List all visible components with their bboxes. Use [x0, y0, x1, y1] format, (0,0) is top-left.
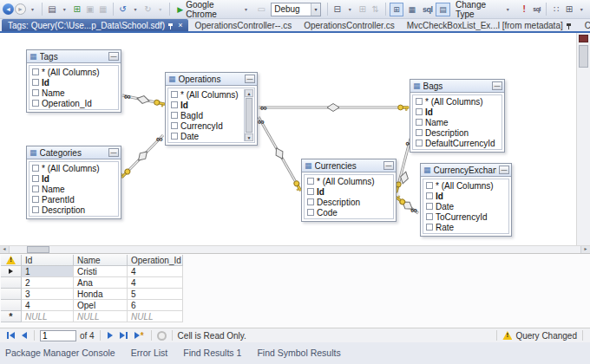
browser-dropdown-icon[interactable]: ▾ — [344, 3, 356, 16]
pin-icon[interactable] — [567, 22, 573, 29]
grid-cell[interactable]: 6 — [128, 300, 183, 311]
diagram-column-row[interactable]: Id — [30, 173, 118, 184]
table-scroll-thumb[interactable] — [246, 98, 252, 133]
diagram-table-header[interactable]: ▦Currencies— — [302, 159, 396, 172]
row-header-cell[interactable] — [1, 289, 22, 300]
scroll-down-icon[interactable]: ▼ — [245, 133, 253, 141]
diagram-table-header[interactable]: ▦Tags— — [27, 50, 121, 63]
minimize-table-button[interactable]: — — [108, 148, 119, 157]
column-checkbox[interactable] — [171, 133, 178, 140]
diagram-column-row[interactable]: Name — [30, 184, 118, 194]
designer-vertical-scrollbar[interactable] — [576, 33, 590, 245]
column-checkbox[interactable] — [171, 122, 178, 129]
row-header-cell[interactable]: * — [1, 311, 22, 322]
group-by-icon[interactable]: ∷ — [550, 3, 562, 16]
grid-cell[interactable]: 2 — [22, 277, 74, 289]
add-item-icon[interactable]: ⊞ — [71, 3, 83, 16]
diagram-column-row[interactable]: Id — [305, 186, 393, 197]
column-checkbox[interactable] — [416, 140, 423, 146]
grid-cell[interactable]: Honda — [74, 289, 128, 300]
column-checkbox[interactable] — [32, 165, 39, 172]
diagram-column-row[interactable]: Name — [30, 88, 118, 98]
relation-connector[interactable]: ∞ — [122, 91, 166, 107]
undo-dropdown-icon[interactable]: ▾ — [129, 3, 141, 16]
record-position-input[interactable] — [40, 330, 76, 341]
diagram-column-row[interactable]: Id — [30, 77, 118, 88]
document-tab[interactable]: Tags: Query(C:\Use...p_Data\School.sdf)× — [2, 19, 188, 31]
grid-corner-cell[interactable] — [1, 255, 22, 266]
column-checkbox[interactable] — [171, 112, 178, 119]
diagram-column-row[interactable]: ToCurrencyId — [423, 211, 508, 222]
grid-cell[interactable]: 3 — [22, 289, 74, 300]
relation-connector[interactable]: ∞ — [259, 102, 409, 113]
row-header-cell[interactable] — [1, 277, 22, 289]
column-checkbox[interactable] — [32, 89, 39, 96]
column-checkbox[interactable] — [32, 68, 39, 75]
cancel-query-icon[interactable] — [157, 331, 167, 341]
diagram-column-row[interactable]: Id — [168, 100, 244, 110]
diagram-column-row[interactable]: Operation_Id — [30, 98, 118, 108]
properties-icon[interactable]: ⊞ — [357, 3, 369, 16]
move-next-button[interactable] — [106, 330, 115, 341]
column-checkbox[interactable] — [307, 209, 314, 216]
diagram-column-row[interactable]: Id — [413, 107, 502, 117]
table-scrollbar[interactable]: ▲▼ — [244, 89, 253, 141]
column-checkbox[interactable] — [426, 224, 433, 231]
move-last-button[interactable] — [118, 330, 129, 341]
grid-cell[interactable]: 1 — [22, 266, 74, 277]
column-checkbox[interactable] — [307, 198, 314, 205]
grid-cell[interactable]: NULL — [128, 311, 183, 322]
column-checkbox[interactable] — [307, 188, 314, 195]
diagram-column-row[interactable]: * (All Columns) — [423, 180, 508, 191]
document-tab[interactable]: Configuration.cs — [579, 19, 590, 31]
grid-cell[interactable]: 4 — [22, 300, 74, 311]
change-type-button[interactable]: Change Type ▾ — [451, 2, 517, 17]
minimize-table-button[interactable]: — — [245, 75, 255, 83]
relation-connector[interactable]: ∞ — [394, 195, 418, 215]
minimize-table-button[interactable]: — — [384, 161, 394, 170]
diagram-column-row[interactable]: * (All Columns) — [30, 67, 118, 77]
grid-column-header[interactable]: Id — [22, 255, 74, 266]
bottom-panel-tab[interactable]: Error List — [131, 348, 168, 364]
grid-cell[interactable]: NULL — [74, 311, 128, 322]
column-checkbox[interactable] — [426, 203, 433, 210]
grid-column-header[interactable]: Operation_Id — [128, 255, 183, 266]
vertical-scroll-thumb[interactable] — [579, 45, 588, 68]
diagram-table-header[interactable]: ▦CurrencyExchangeR...— — [421, 164, 511, 177]
close-icon[interactable]: × — [178, 22, 182, 29]
document-tab[interactable]: OperationsController--.cs — [188, 19, 298, 31]
horizontal-scroll-thumb[interactable] — [27, 246, 49, 253]
combo-caret-icon[interactable]: ▾ — [311, 3, 320, 16]
column-checkbox[interactable] — [32, 196, 39, 203]
solution-explorer-icon[interactable]: ⊟ — [331, 3, 344, 16]
diagram-table-header[interactable]: ▦Categories— — [27, 146, 121, 159]
diagram-column-row[interactable]: * (All Columns) — [168, 89, 244, 100]
column-checkbox[interactable] — [426, 182, 433, 189]
diagram-column-row[interactable]: * (All Columns) — [305, 176, 393, 186]
diagram-table[interactable]: ▦Tags—* (All Columns)IdNameOperation_Id — [26, 49, 121, 113]
move-first-button[interactable] — [5, 330, 16, 341]
show-sql-pane-button[interactable]: sql — [420, 3, 435, 16]
navigate-dropdown-icon[interactable]: ▾ — [27, 3, 38, 16]
diagram-table[interactable]: ▦Bags—* (All Columns)IdNameDescriptionDe… — [410, 79, 505, 153]
column-checkbox[interactable] — [307, 178, 314, 185]
bottom-panel-tab[interactable]: Find Symbol Results — [257, 348, 340, 364]
undo-icon[interactable]: ↺ — [117, 3, 129, 16]
document-tab[interactable]: OperationsController.cs — [298, 19, 401, 31]
scroll-up-icon[interactable]: ▲ — [245, 89, 253, 97]
move-new-row-button[interactable]: * — [133, 330, 146, 341]
execute-query-icon[interactable]: ! — [518, 3, 530, 16]
diagram-table-header[interactable]: ▦Operations— — [166, 73, 257, 86]
minimize-table-button[interactable]: — — [499, 166, 509, 174]
save-all-icon[interactable]: ▦ — [97, 3, 109, 16]
diagram-column-row[interactable]: ParentId — [30, 194, 118, 205]
diagram-column-row[interactable]: CurrencyId — [168, 120, 244, 131]
column-checkbox[interactable] — [171, 91, 178, 98]
verify-sql-icon[interactable]: sql — [531, 3, 542, 16]
designer-horizontal-scrollbar[interactable]: ◄ ► — [0, 245, 590, 253]
diagram-column-row[interactable]: Name — [413, 117, 502, 127]
diagram-table[interactable]: ▦Operations—* (All Columns)IdBagIdCurren… — [165, 72, 258, 146]
diagram-column-row[interactable]: * (All Columns) — [30, 163, 118, 173]
diagram-column-row[interactable]: Description — [413, 127, 502, 138]
toolbar-overflow-icon[interactable]: ▾ — [576, 3, 587, 16]
